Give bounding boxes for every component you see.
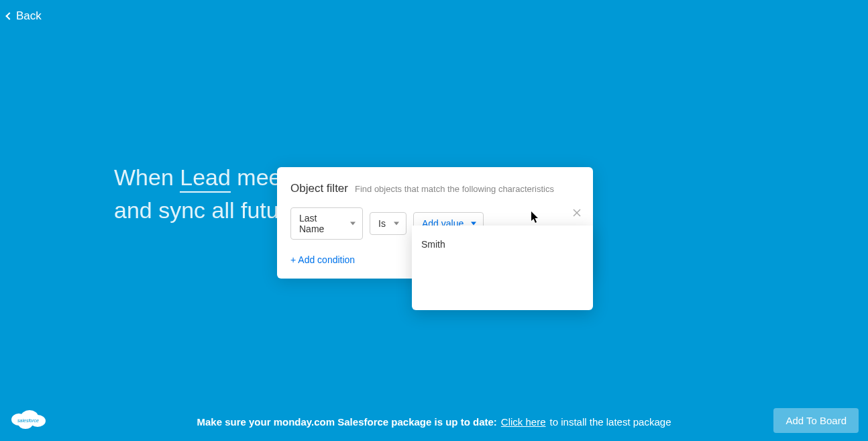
footer-bar: Make sure your monday.com Salesforce pac… bbox=[0, 416, 868, 428]
footer-bold-text: Make sure your monday.com Salesforce pac… bbox=[197, 416, 496, 428]
back-label: Back bbox=[16, 9, 42, 23]
panel-header: Object filter Find objects that match th… bbox=[290, 182, 580, 195]
operator-dropdown-label: Is bbox=[378, 218, 386, 229]
value-dropdown-menu: Smith bbox=[412, 226, 593, 310]
chevron-down-icon bbox=[394, 222, 399, 226]
chevron-down-icon bbox=[350, 222, 356, 226]
chevron-down-icon bbox=[471, 222, 476, 226]
panel-subtitle: Find objects that match the following ch… bbox=[355, 184, 554, 194]
panel-title: Object filter bbox=[290, 182, 348, 195]
object-token-lead[interactable]: Lead bbox=[180, 164, 231, 193]
close-icon bbox=[573, 209, 581, 217]
remove-condition-button[interactable] bbox=[573, 207, 581, 219]
value-option-smith[interactable]: Smith bbox=[421, 236, 584, 252]
sentence-prefix: When bbox=[114, 164, 180, 190]
footer-install-link[interactable]: Click here bbox=[501, 416, 546, 428]
cursor-icon bbox=[531, 211, 541, 226]
footer-trail-text: to install the latest package bbox=[550, 416, 671, 428]
operator-dropdown[interactable]: Is bbox=[370, 212, 406, 235]
field-dropdown-label: Last Name bbox=[299, 213, 343, 234]
field-dropdown[interactable]: Last Name bbox=[290, 207, 363, 240]
add-to-board-button[interactable]: Add To Board bbox=[773, 408, 859, 433]
chevron-left-icon bbox=[5, 12, 13, 19]
back-button[interactable]: Back bbox=[7, 9, 42, 23]
